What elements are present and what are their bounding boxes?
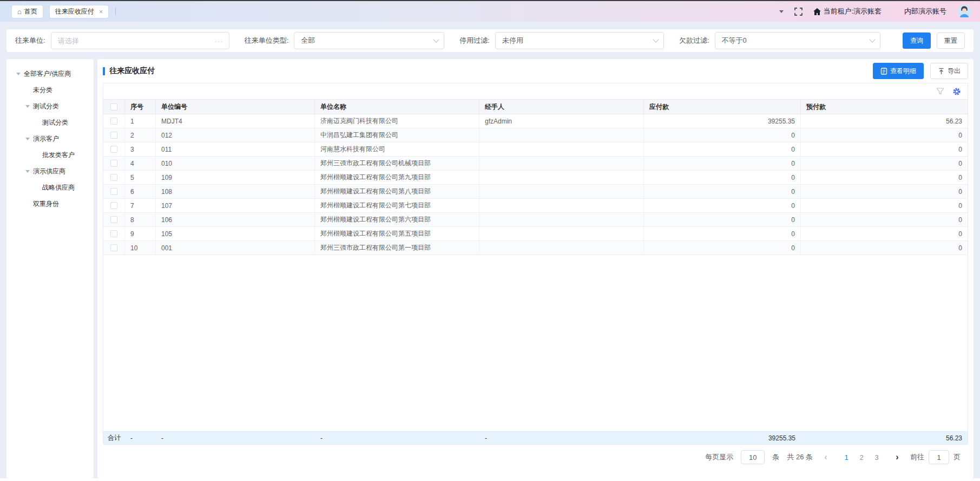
- row-code: MDJT4: [156, 114, 315, 128]
- row-prepaid: 56.23: [801, 114, 968, 128]
- page-number-1[interactable]: 1: [839, 453, 854, 461]
- next-page-icon[interactable]: ›: [892, 452, 903, 462]
- unit-type-select[interactable]: 全部: [294, 32, 444, 49]
- close-icon[interactable]: ×: [99, 8, 103, 16]
- row-prepaid: 0: [801, 227, 968, 240]
- select-all-checkbox[interactable]: [110, 103, 117, 110]
- header-name[interactable]: 单位名称: [315, 100, 479, 114]
- table-row[interactable]: 1 MDJT4 济南迈克阀门科技有限公司 gfzAdmin 39255.35 5…: [103, 114, 968, 128]
- table-row[interactable]: 9 105 郑州楷顺建设工程有限公司第五项目部 0 0: [103, 227, 968, 241]
- row-checkbox[interactable]: [110, 216, 117, 223]
- per-page-input[interactable]: [741, 450, 765, 464]
- row-prepaid: 0: [801, 199, 968, 212]
- table-row[interactable]: 4 010 郑州三强市政工程有限公司机械项目部 0 0: [103, 157, 968, 171]
- filter-funnel-icon[interactable]: [936, 88, 944, 95]
- unit-input[interactable]: [58, 37, 215, 45]
- export-label: 导出: [948, 67, 961, 76]
- row-code: 107: [156, 199, 315, 212]
- view-detail-button[interactable]: 查看明细: [873, 63, 924, 79]
- row-checkbox[interactable]: [110, 188, 117, 195]
- fullscreen-icon[interactable]: [794, 8, 803, 16]
- sidebar-tree-item[interactable]: 演示供应商: [6, 163, 94, 179]
- row-code: 011: [156, 142, 315, 156]
- caret-down-icon[interactable]: [25, 170, 30, 173]
- row-checkbox-cell: [103, 114, 125, 128]
- filter-bar: 往来单位: ··· 往来单位类型: 全部 停用过滤: 未停用 欠款过滤: 不等于…: [6, 29, 974, 52]
- row-checkbox[interactable]: [110, 244, 117, 251]
- prev-page-icon[interactable]: ‹: [820, 452, 831, 462]
- topbar-right-controls: 当前租户:演示账套 内部演示账号: [779, 4, 980, 18]
- title-wrap: 往来应收应付: [103, 66, 155, 76]
- sidebar-tree-item[interactable]: 未分类: [6, 82, 94, 98]
- search-button[interactable]: 查询: [903, 32, 931, 49]
- debt-filter-select[interactable]: 不等于0: [715, 32, 880, 49]
- row-checkbox[interactable]: [110, 230, 117, 237]
- summary-label: 合计: [103, 432, 125, 444]
- row-checkbox[interactable]: [110, 202, 117, 209]
- category-tree-panel: 全部客户/供应商 未分类 测试分类 测试分类 演示客户 批发类客户 演示供应商 …: [6, 59, 94, 478]
- sidebar-tree-item[interactable]: 测试分类: [6, 98, 94, 114]
- gear-icon[interactable]: [952, 87, 961, 96]
- avatar[interactable]: [957, 4, 971, 18]
- header-code[interactable]: 单位编号: [156, 100, 315, 114]
- row-checkbox[interactable]: [110, 160, 117, 167]
- table-row[interactable]: 6 108 郑州楷顺建设工程有限公司第八项目部 0 0: [103, 185, 968, 199]
- caret-down-icon[interactable]: [16, 73, 21, 75]
- table-row[interactable]: 10 001 郑州三强市政工程有限公司第一项目部 0 0: [103, 241, 968, 255]
- main-panel: 往来应收应付 查看明细 导出: [97, 59, 974, 478]
- table-row[interactable]: 7 107 郑州楷顺建设工程有限公司第七项目部 0 0: [103, 199, 968, 213]
- row-code: 108: [156, 185, 315, 198]
- sidebar-tree-item[interactable]: 批发类客户: [6, 147, 94, 163]
- chevron-down-icon[interactable]: [779, 10, 784, 13]
- row-checkbox[interactable]: [110, 174, 117, 181]
- row-handler: [479, 128, 644, 142]
- current-tenant[interactable]: 当前租户:演示账套: [813, 6, 882, 16]
- row-prepaid: 0: [801, 241, 968, 255]
- page-number-3[interactable]: 3: [869, 453, 884, 461]
- goto-page-input[interactable]: [929, 450, 949, 464]
- tab-home[interactable]: ⌂ 首页: [12, 5, 43, 18]
- header-payable[interactable]: 应付款: [644, 100, 801, 114]
- tab-current-receivable-payable[interactable]: 往来应收应付 ×: [50, 5, 109, 18]
- row-no: 6: [125, 185, 156, 198]
- sidebar-tree-item[interactable]: 演示客户: [6, 131, 94, 147]
- row-name: 河南慧水科技有限公司: [315, 142, 479, 156]
- row-handler: [479, 241, 644, 255]
- row-code: 109: [156, 171, 315, 184]
- ellipsis-icon[interactable]: ···: [215, 37, 223, 45]
- table-row[interactable]: 5 109 郑州楷顺建设工程有限公司第九项目部 0 0: [103, 171, 968, 185]
- row-handler: [479, 185, 644, 198]
- account-name[interactable]: 内部演示账号: [904, 6, 946, 16]
- caret-down-icon[interactable]: [25, 138, 30, 140]
- header-no[interactable]: 序号: [125, 100, 156, 114]
- header-handler[interactable]: 经手人: [479, 100, 644, 114]
- row-payable: 0: [644, 227, 801, 240]
- export-button[interactable]: 导出: [930, 63, 968, 79]
- row-checkbox-cell: [103, 199, 125, 212]
- row-handler: [479, 199, 644, 212]
- table-row[interactable]: 8 106 郑州楷顺建设工程有限公司第六项目部 0 0: [103, 213, 968, 227]
- table-row[interactable]: 2 012 中润昌弘建工集团有限公司 0 0: [103, 128, 968, 142]
- unit-select-input[interactable]: ···: [51, 32, 229, 49]
- goto-wrap: 前往 页: [910, 450, 961, 464]
- page-number-2[interactable]: 2: [854, 453, 869, 461]
- row-checkbox[interactable]: [110, 118, 117, 125]
- row-name: 郑州楷顺建设工程有限公司第八项目部: [315, 185, 479, 198]
- row-prepaid: 0: [801, 171, 968, 184]
- header-checkbox-cell: [103, 100, 125, 114]
- row-payable: 0: [644, 171, 801, 184]
- table-row[interactable]: 3 011 河南慧水科技有限公司 0 0: [103, 142, 968, 157]
- sidebar-tree-item[interactable]: 全部客户/供应商: [6, 66, 94, 82]
- header-prepaid[interactable]: 预付款: [801, 100, 968, 114]
- sidebar-tree-item[interactable]: 测试分类: [6, 114, 94, 131]
- caret-down-icon[interactable]: [25, 105, 30, 108]
- reset-button[interactable]: 重置: [937, 32, 965, 49]
- debt-filter-label: 欠款过滤:: [679, 36, 709, 46]
- row-checkbox[interactable]: [110, 132, 117, 139]
- sidebar-tree-item[interactable]: 战略供应商: [6, 179, 94, 196]
- tree-item-label: 演示供应商: [33, 167, 65, 176]
- row-checkbox[interactable]: [110, 146, 117, 153]
- row-handler: [479, 142, 644, 156]
- sidebar-tree-item[interactable]: 双重身份: [6, 196, 94, 212]
- disabled-filter-select[interactable]: 未停用: [495, 32, 664, 49]
